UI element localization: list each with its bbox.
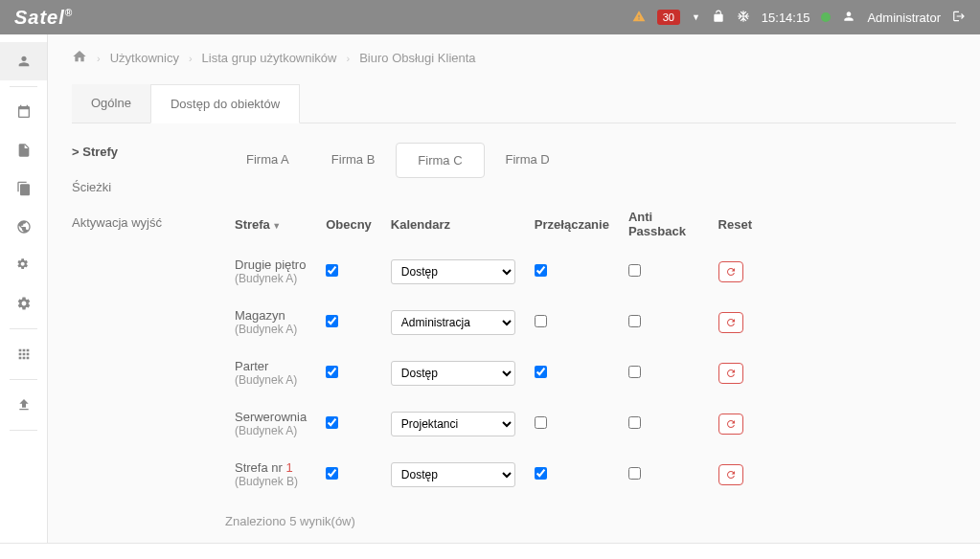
present-checkbox[interactable]: [326, 366, 338, 378]
firm-tab-c[interactable]: Firma C: [396, 143, 484, 178]
zone-building: (Budynek A): [235, 373, 307, 387]
table-row: Drugie piętro(Budynek A)DostępAdministra…: [225, 246, 762, 297]
sidebar-users-icon[interactable]: [0, 42, 47, 80]
tabs: Ogólne Dostęp do obiektów: [72, 84, 956, 123]
reset-button[interactable]: [718, 312, 743, 333]
zone-building: (Budynek B): [235, 475, 307, 488]
th-toggle[interactable]: Przełączanie: [525, 202, 619, 246]
snowflake-icon[interactable]: [737, 10, 750, 26]
logout-icon[interactable]: [952, 10, 966, 26]
zones-table: Strefa Obecny Kalendarz Przełączanie Ant…: [225, 202, 762, 500]
th-zone[interactable]: Strefa: [225, 202, 316, 246]
footer: © 2017 Satel ACCO-WEB 1.30.028: [0, 543, 980, 559]
calendar-select[interactable]: DostępAdministracjaProjektanci: [391, 462, 515, 487]
user-icon: [842, 10, 855, 26]
chevron-down-icon[interactable]: ▼: [692, 12, 700, 22]
sub-nav: Strefy Ścieżki Aktywacja wyjść: [72, 143, 196, 528]
zone-building: (Budynek A): [235, 424, 307, 437]
calendar-select[interactable]: DostępAdministracjaProjektanci: [391, 361, 515, 386]
th-present[interactable]: Obecny: [316, 202, 381, 246]
zone-name: Drugie piętro: [235, 257, 307, 272]
topbar: Satel® 30 ▼ 15:14:15 Administrator: [0, 0, 980, 34]
present-checkbox[interactable]: [326, 416, 338, 429]
zone-building: (Budynek A): [235, 323, 307, 336]
present-checkbox[interactable]: [326, 315, 338, 327]
firm-tab-d[interactable]: Firma D: [485, 143, 571, 178]
present-checkbox[interactable]: [326, 467, 338, 480]
th-reset[interactable]: Reset: [709, 202, 762, 246]
toggle-checkbox[interactable]: [535, 416, 547, 429]
sidebar-copy-icon[interactable]: [0, 169, 47, 208]
table-row: Magazyn(Budynek A)DostępAdministracjaPro…: [225, 297, 762, 347]
reset-button[interactable]: [718, 363, 743, 384]
warning-icon[interactable]: [632, 10, 646, 26]
results-count: Znaleziono 5 wynik(ów): [225, 514, 956, 528]
sidebar-gears-icon[interactable]: [0, 246, 47, 284]
reset-button[interactable]: [718, 414, 743, 435]
antipassback-checkbox[interactable]: [628, 416, 641, 429]
table-row: Strefa nr 1(Budynek B)DostępAdministracj…: [225, 449, 762, 500]
sidebar-globe-icon[interactable]: [0, 208, 47, 246]
calendar-select[interactable]: DostępAdministracjaProjektanci: [391, 310, 515, 335]
toggle-checkbox[interactable]: [535, 366, 547, 378]
clock-time: 15:14:15: [762, 11, 810, 25]
toggle-checkbox[interactable]: [535, 467, 547, 480]
zone-name: Serwerownia: [235, 410, 307, 424]
th-calendar[interactable]: Kalendarz: [381, 202, 525, 246]
sidebar-document-icon[interactable]: [0, 131, 47, 169]
sidebar-calendar-icon[interactable]: [0, 93, 47, 131]
reset-button[interactable]: [718, 464, 743, 485]
subnav-paths[interactable]: Ścieżki: [72, 180, 196, 194]
antipassback-checkbox[interactable]: [628, 315, 641, 327]
reset-button[interactable]: [718, 261, 743, 282]
firm-tab-a[interactable]: Firma A: [225, 143, 310, 178]
antipassback-checkbox[interactable]: [628, 366, 641, 378]
subnav-outputs[interactable]: Aktywacja wyjść: [72, 215, 196, 230]
zone-name: Parter: [235, 359, 307, 373]
sidebar-gear-icon[interactable]: [0, 284, 47, 323]
th-anti[interactable]: Anti Passback: [619, 202, 709, 246]
sidebar: [0, 34, 48, 543]
username[interactable]: Administrator: [867, 11, 941, 25]
home-icon[interactable]: [72, 49, 87, 67]
breadcrumb-link[interactable]: Użytkownicy: [110, 51, 179, 65]
sidebar-upload-icon[interactable]: [0, 386, 47, 424]
table-row: Serwerownia(Budynek A)DostępAdministracj…: [225, 398, 762, 449]
tab-access[interactable]: Dostęp do obiektów: [150, 84, 300, 123]
breadcrumb-link[interactable]: Lista grup użytkowników: [202, 51, 337, 65]
logo: Satel®: [14, 7, 73, 29]
firm-tabs: Firma A Firma B Firma C Firma D: [225, 143, 956, 178]
zone-name: Magazyn: [235, 308, 307, 323]
antipassback-checkbox[interactable]: [628, 467, 641, 480]
antipassback-checkbox[interactable]: [628, 264, 641, 277]
zone-building: (Budynek A): [235, 272, 307, 285]
subnav-zones[interactable]: Strefy: [72, 145, 196, 159]
breadcrumb: › Użytkownicy › Lista grup użytkowników …: [72, 49, 956, 67]
toggle-checkbox[interactable]: [535, 315, 547, 327]
table-row: Parter(Budynek A)DostępAdministracjaProj…: [225, 347, 762, 398]
sidebar-modules-icon[interactable]: [0, 335, 47, 373]
zone-name: Strefa nr 1: [235, 460, 307, 475]
tab-general[interactable]: Ogólne: [72, 84, 150, 123]
calendar-select[interactable]: DostępAdministracjaProjektanci: [391, 259, 515, 284]
notification-badge[interactable]: 30: [657, 10, 680, 25]
unlock-icon[interactable]: [712, 10, 725, 26]
firm-tab-b[interactable]: Firma B: [310, 143, 397, 178]
calendar-select[interactable]: DostępAdministracjaProjektanci: [391, 412, 515, 436]
present-checkbox[interactable]: [326, 264, 338, 277]
toggle-checkbox[interactable]: [535, 264, 547, 277]
breadcrumb-current: Biuro Obsługi Klienta: [359, 51, 475, 65]
status-indicator: [821, 12, 831, 22]
